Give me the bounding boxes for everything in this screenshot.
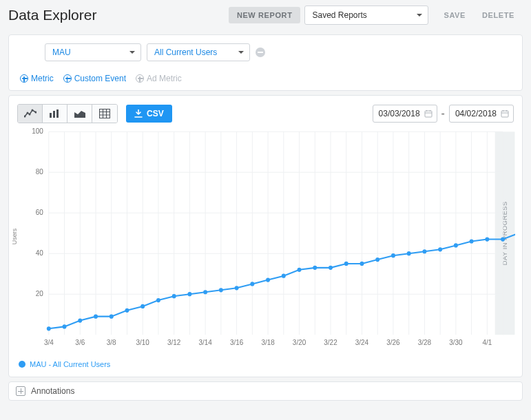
svg-point-101 xyxy=(391,253,395,258)
csv-label: CSV xyxy=(147,109,164,118)
expand-plus-icon xyxy=(16,386,25,396)
bar-chart-icon xyxy=(49,109,61,118)
calendar-icon xyxy=(501,109,509,118)
svg-point-89 xyxy=(203,290,207,294)
svg-text:3/16: 3/16 xyxy=(230,338,244,346)
svg-marker-8 xyxy=(74,111,85,118)
svg-text:3/30: 3/30 xyxy=(449,338,463,346)
svg-text:3/24: 3/24 xyxy=(355,338,369,346)
add-custom-event-link[interactable]: Custom Event xyxy=(63,74,126,83)
svg-point-86 xyxy=(156,298,160,302)
area-chart-view-button[interactable] xyxy=(67,105,92,123)
date-from-input[interactable]: 03/03/2018 xyxy=(373,105,437,123)
svg-text:3/12: 3/12 xyxy=(167,338,181,346)
legend-series-0: MAU - All Current Users xyxy=(30,360,110,368)
page-title: Data Explorer xyxy=(8,7,96,23)
svg-text:3/8: 3/8 xyxy=(107,338,116,346)
add-ad-metric-link: Ad Metric xyxy=(136,74,182,83)
segment-select[interactable]: All Current Users xyxy=(147,43,250,61)
table-icon xyxy=(99,109,110,118)
svg-text:3/4: 3/4 xyxy=(44,338,54,346)
svg-text:4/1: 4/1 xyxy=(482,338,492,346)
delete-button[interactable]: DELETE xyxy=(474,7,523,23)
svg-point-2 xyxy=(28,114,30,116)
date-separator: - xyxy=(441,107,445,120)
svg-text:40: 40 xyxy=(36,249,43,257)
csv-export-button[interactable]: CSV xyxy=(126,105,172,123)
svg-point-84 xyxy=(125,308,129,313)
add-ad-metric-label: Ad Metric xyxy=(147,74,182,83)
svg-rect-6 xyxy=(53,111,55,118)
svg-text:3/20: 3/20 xyxy=(293,338,306,346)
svg-point-107 xyxy=(485,237,489,241)
chart-svg: DAY IN PROGRESS204060801003/43/63/83/103… xyxy=(16,126,515,353)
svg-point-93 xyxy=(266,277,270,282)
plus-circle-icon xyxy=(20,74,28,83)
svg-text:3/10: 3/10 xyxy=(136,338,150,346)
saved-reports-select[interactable]: Saved Reports xyxy=(304,6,428,25)
annotations-label: Annotations xyxy=(31,386,74,396)
svg-text:3/18: 3/18 xyxy=(261,338,275,346)
metric-select[interactable]: MAU xyxy=(45,43,141,61)
y-axis-title: Users xyxy=(11,229,18,245)
line-chart-icon xyxy=(24,109,37,118)
svg-point-96 xyxy=(313,266,317,270)
add-custom-event-label: Custom Event xyxy=(74,74,126,83)
svg-point-108 xyxy=(501,237,505,241)
svg-text:20: 20 xyxy=(36,290,43,297)
bar-chart-view-button[interactable] xyxy=(43,105,67,123)
svg-rect-9 xyxy=(100,109,110,118)
svg-point-105 xyxy=(454,243,458,247)
svg-point-90 xyxy=(219,288,223,292)
plus-circle-icon xyxy=(63,74,72,83)
svg-point-106 xyxy=(470,239,474,243)
svg-rect-7 xyxy=(56,109,59,118)
metric-select-value: MAU xyxy=(52,48,71,57)
svg-text:3/14: 3/14 xyxy=(198,338,212,346)
remove-segment-icon[interactable] xyxy=(256,48,265,57)
svg-point-94 xyxy=(282,274,286,278)
svg-point-104 xyxy=(438,247,442,251)
svg-point-80 xyxy=(63,324,67,328)
date-to-value: 04/02/2018 xyxy=(455,109,497,118)
chart-area: Users DAY IN PROGRESS204060801003/43/63/… xyxy=(9,126,522,353)
add-metric-label: Metric xyxy=(31,74,54,83)
svg-text:3/6: 3/6 xyxy=(75,338,85,346)
calendar-icon xyxy=(424,109,433,118)
svg-point-88 xyxy=(187,292,191,296)
svg-point-81 xyxy=(78,318,82,322)
svg-point-102 xyxy=(407,251,411,255)
save-button[interactable]: SAVE xyxy=(435,7,474,23)
table-view-button[interactable] xyxy=(92,105,117,123)
svg-point-79 xyxy=(47,326,51,330)
svg-point-83 xyxy=(110,315,114,319)
new-report-button[interactable]: NEW REPORT xyxy=(229,7,301,23)
segment-select-value: All Current Users xyxy=(154,48,217,57)
chart-view-group xyxy=(17,104,118,123)
svg-point-103 xyxy=(422,249,426,253)
date-to-input[interactable]: 04/02/2018 xyxy=(449,105,514,123)
svg-text:80: 80 xyxy=(36,168,43,176)
svg-text:3/22: 3/22 xyxy=(324,338,337,346)
svg-point-3 xyxy=(31,109,33,112)
chart-panel: CSV 03/03/2018 - 04/02/2018 Users DAY IN… xyxy=(8,95,523,377)
header-bar: Data Explorer NEW REPORT Saved Reports S… xyxy=(0,0,531,30)
svg-point-91 xyxy=(235,286,239,290)
svg-text:100: 100 xyxy=(32,127,43,135)
svg-rect-5 xyxy=(50,113,52,118)
line-chart-view-button[interactable] xyxy=(18,105,43,123)
svg-point-1 xyxy=(26,112,28,114)
chart-toolbar: CSV 03/03/2018 - 04/02/2018 xyxy=(9,96,522,126)
area-chart-icon xyxy=(74,109,86,118)
svg-point-99 xyxy=(360,262,364,266)
svg-point-87 xyxy=(172,294,176,298)
svg-point-92 xyxy=(250,282,254,286)
add-metric-link[interactable]: Metric xyxy=(20,74,54,83)
svg-text:3/26: 3/26 xyxy=(386,338,400,346)
query-panel: MAU All Current Users Metric Custom Even… xyxy=(8,34,523,91)
annotations-toggle[interactable]: Annotations xyxy=(8,381,523,401)
svg-point-82 xyxy=(94,315,98,319)
svg-point-97 xyxy=(329,266,333,270)
svg-point-95 xyxy=(298,268,302,272)
svg-point-85 xyxy=(140,304,145,308)
